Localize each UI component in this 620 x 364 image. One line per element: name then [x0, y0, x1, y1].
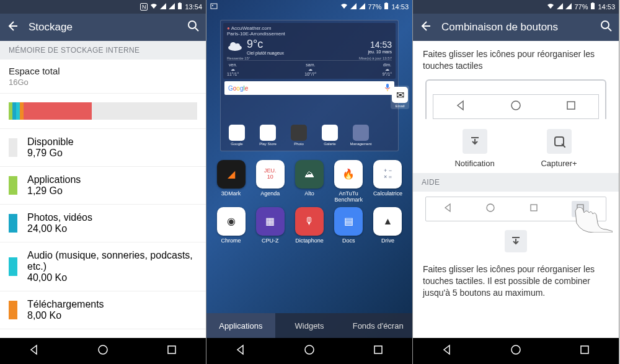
side-app-email[interactable]: ✉ Email	[391, 86, 409, 109]
app-calculatrice[interactable]: + − × =Calculatrice	[370, 160, 406, 203]
soft-back-icon[interactable]	[455, 100, 466, 113]
storage-category-row[interactable]: Photos, vidéos 24,00 Ko	[0, 205, 206, 242]
preview-app[interactable]: Photo	[286, 125, 311, 146]
app-icon	[322, 125, 338, 141]
app-icon	[353, 125, 369, 141]
nav-recent-icon[interactable]	[578, 344, 591, 358]
nav-home-icon[interactable]	[97, 344, 109, 358]
signal-icon	[169, 3, 175, 11]
storage-category-row[interactable]: Téléchargements 8,00 Ko	[0, 291, 206, 329]
preview-app[interactable]: Galerie	[317, 125, 342, 146]
preview-app[interactable]: Google	[224, 125, 249, 146]
nav-back-icon[interactable]	[441, 344, 453, 358]
app-dictaphone[interactable]: 🎙Dictaphone	[291, 207, 327, 251]
instruction-text: Faites glisser les icônes pour réorganis…	[413, 41, 619, 79]
app-icon: ◉	[217, 207, 246, 236]
nav-home-icon[interactable]	[303, 344, 316, 358]
usage-bar	[0, 94, 206, 129]
tab-widgets[interactable]: Widgets	[275, 313, 344, 338]
app-icon	[291, 125, 307, 141]
nav-back-icon[interactable]	[28, 344, 40, 358]
help-illustration	[425, 197, 606, 221]
search-icon[interactable]	[600, 20, 613, 35]
app-icon: + − × =	[373, 160, 402, 189]
option-capturerplus[interactable]: Capturer+	[541, 129, 577, 168]
signal-icon	[160, 3, 166, 11]
phone-storage-settings: N 13:54 Stockage MÉMOIRE DE STOCKAGE INT…	[0, 0, 206, 364]
svg-rect-30	[581, 346, 588, 353]
tab-fonds-d-cran[interactable]: Fonds d'écran	[343, 313, 412, 338]
app-alto[interactable]: ⛰Alto	[291, 160, 327, 203]
soft-key-bar[interactable]	[433, 94, 599, 119]
nav-recent-icon[interactable]	[166, 344, 178, 358]
cloud-icon	[227, 40, 243, 53]
back-icon[interactable]	[419, 20, 432, 35]
forecast-day: dim.☁9°/1°	[383, 63, 392, 76]
nav-recent-icon[interactable]	[372, 344, 384, 358]
tab-applications[interactable]: Applications	[206, 313, 275, 338]
status-bar: N 13:54	[0, 0, 206, 14]
system-nav-bar	[413, 338, 619, 364]
nav-back-icon[interactable]	[234, 344, 247, 358]
gallery-icon	[210, 2, 218, 11]
phone-launcher: 77% 14:53 ● AccuWeather.com Paris-10E-Ar…	[206, 0, 413, 364]
category-label: Disponible	[27, 136, 197, 148]
app-chrome[interactable]: ◉Chrome	[213, 207, 249, 251]
google-logo: Google	[228, 85, 248, 92]
app-drawer: ◢3DMarkJEU. 10Agenda⛰Alto🔥AnTuTu Benchma…	[206, 155, 412, 251]
status-time: 14:53	[598, 3, 615, 11]
app-agenda[interactable]: JEU. 10Agenda	[252, 160, 288, 203]
battery-icon	[590, 2, 595, 11]
app-icon	[229, 125, 245, 141]
app-bar: Stockage	[0, 14, 206, 41]
soft-recent-icon[interactable]	[565, 100, 577, 113]
preview-app[interactable]: Management	[348, 125, 373, 146]
soft-recent-icon	[529, 203, 539, 215]
weather-widget[interactable]: ● AccuWeather.com Paris-10E-Arrondisseme…	[223, 23, 396, 79]
back-icon[interactable]	[6, 20, 19, 35]
category-value: 1,29 Go	[27, 185, 197, 197]
app-icon: 🔥	[334, 160, 363, 189]
svg-line-20	[608, 28, 611, 31]
signal-icon	[565, 3, 572, 11]
category-value: 9,79 Go	[27, 148, 197, 159]
signal-icon	[350, 3, 356, 11]
app-cpu-z[interactable]: ▦CPU-Z	[252, 207, 288, 251]
category-value: 40,00 Ko	[27, 272, 197, 283]
preview-app[interactable]: Play Store	[255, 125, 280, 146]
google-search-bar[interactable]: Google	[224, 81, 394, 95]
app-icon: ▤	[334, 207, 363, 236]
storage-category-row[interactable]: Applications 1,29 Go	[0, 167, 206, 205]
button-bar-editor	[425, 79, 606, 119]
total-space-row[interactable]: Espace total 16Go	[0, 60, 206, 94]
svg-point-2	[188, 21, 196, 29]
system-nav-bar	[0, 338, 206, 364]
svg-rect-9	[386, 2, 388, 3]
svg-rect-17	[591, 3, 595, 9]
nav-home-icon[interactable]	[510, 344, 522, 358]
app-3dmark[interactable]: ◢3DMark	[213, 160, 249, 203]
svg-point-4	[99, 345, 107, 354]
app-icon: 🎙	[295, 207, 324, 236]
svg-point-29	[512, 345, 520, 354]
forecast-day: sam.☁10°/7°	[304, 63, 316, 76]
mic-icon[interactable]	[384, 83, 391, 93]
battery-icon	[384, 2, 389, 11]
app-docs[interactable]: ▤Docs	[330, 207, 367, 251]
storage-category-row[interactable]: Disponible 9,79 Go	[0, 129, 206, 167]
soft-home-icon[interactable]	[510, 100, 521, 113]
search-icon[interactable]	[187, 20, 200, 35]
app-icon: ▲	[373, 207, 402, 236]
homescreen-preview[interactable]: ● AccuWeather.com Paris-10E-Arrondisseme…	[220, 20, 399, 151]
status-time: 13:54	[185, 3, 202, 11]
soft-home-icon	[485, 203, 495, 215]
option-notification[interactable]: Notification	[454, 129, 494, 168]
svg-point-19	[601, 21, 609, 29]
category-label: Applications	[27, 174, 197, 185]
storage-category-row[interactable]: Audio (musique, sonneries, podcasts, etc…	[0, 242, 206, 291]
app-drive[interactable]: ▲Drive	[370, 207, 406, 251]
app-antutu-benchmark[interactable]: 🔥AnTuTu Benchmark	[330, 160, 367, 203]
app-icon: ⛰	[295, 160, 324, 189]
wifi-icon	[150, 3, 157, 11]
svg-point-25	[487, 204, 494, 211]
